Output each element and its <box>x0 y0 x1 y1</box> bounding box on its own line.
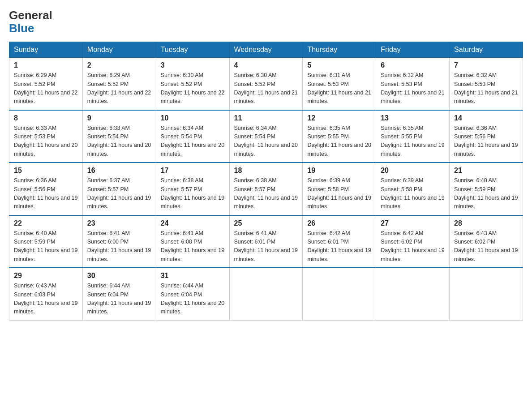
calendar-cell: 31Sunrise: 6:44 AMSunset: 6:04 PMDayligh… <box>156 268 229 320</box>
calendar-cell: 4Sunrise: 6:30 AMSunset: 5:52 PMDaylight… <box>229 58 303 110</box>
calendar-cell: 26Sunrise: 6:42 AMSunset: 6:01 PMDayligh… <box>303 215 376 268</box>
calendar-cell <box>450 268 523 320</box>
calendar-cell: 1Sunrise: 6:29 AMSunset: 5:52 PMDaylight… <box>9 58 83 110</box>
calendar-cell: 17Sunrise: 6:38 AMSunset: 5:57 PMDayligh… <box>156 163 229 215</box>
day-info: Sunrise: 6:32 AMSunset: 5:53 PMDaylight:… <box>381 71 445 106</box>
day-info: Sunrise: 6:39 AMSunset: 5:58 PMDaylight:… <box>307 176 371 211</box>
day-info: Sunrise: 6:44 AMSunset: 6:04 PMDaylight:… <box>87 282 151 317</box>
day-info: Sunrise: 6:35 AMSunset: 5:55 PMDaylight:… <box>381 124 445 159</box>
day-number: 30 <box>87 272 151 280</box>
day-info: Sunrise: 6:30 AMSunset: 5:52 PMDaylight:… <box>161 71 225 106</box>
weekday-header-sunday: Sunday <box>9 42 83 58</box>
day-info: Sunrise: 6:41 AMSunset: 6:00 PMDaylight:… <box>87 229 151 264</box>
day-number: 5 <box>307 61 371 69</box>
day-info: Sunrise: 6:29 AMSunset: 5:52 PMDaylight:… <box>87 71 151 106</box>
day-number: 26 <box>307 219 371 227</box>
calendar-cell: 11Sunrise: 6:34 AMSunset: 5:54 PMDayligh… <box>229 110 303 163</box>
weekday-header-monday: Monday <box>82 42 156 58</box>
calendar-cell: 2Sunrise: 6:29 AMSunset: 5:52 PMDaylight… <box>82 58 156 110</box>
calendar-week-row: 15Sunrise: 6:36 AMSunset: 5:56 PMDayligh… <box>9 163 523 215</box>
day-number: 24 <box>161 219 225 227</box>
weekday-header-thursday: Thursday <box>303 42 376 58</box>
day-number: 6 <box>381 61 445 69</box>
day-info: Sunrise: 6:38 AMSunset: 5:57 PMDaylight:… <box>161 176 225 211</box>
calendar-cell: 13Sunrise: 6:35 AMSunset: 5:55 PMDayligh… <box>376 110 450 163</box>
day-info: Sunrise: 6:31 AMSunset: 5:53 PMDaylight:… <box>307 71 371 106</box>
calendar-cell: 6Sunrise: 6:32 AMSunset: 5:53 PMDaylight… <box>376 58 450 110</box>
day-info: Sunrise: 6:32 AMSunset: 5:53 PMDaylight:… <box>454 71 518 106</box>
day-number: 25 <box>234 219 298 227</box>
calendar-table: SundayMondayTuesdayWednesdayThursdayFrid… <box>9 42 523 321</box>
weekday-header-friday: Friday <box>376 42 450 58</box>
day-info: Sunrise: 6:36 AMSunset: 5:56 PMDaylight:… <box>14 176 78 211</box>
day-number: 18 <box>234 167 298 175</box>
day-number: 7 <box>454 61 518 69</box>
calendar-cell: 15Sunrise: 6:36 AMSunset: 5:56 PMDayligh… <box>9 163 83 215</box>
calendar-week-row: 1Sunrise: 6:29 AMSunset: 5:52 PMDaylight… <box>9 58 523 110</box>
day-info: Sunrise: 6:33 AMSunset: 5:53 PMDaylight:… <box>14 124 78 159</box>
weekday-header-tuesday: Tuesday <box>156 42 229 58</box>
day-info: Sunrise: 6:44 AMSunset: 6:04 PMDaylight:… <box>161 282 225 317</box>
day-number: 29 <box>14 272 78 280</box>
calendar-cell: 19Sunrise: 6:39 AMSunset: 5:58 PMDayligh… <box>303 163 376 215</box>
calendar-cell <box>303 268 376 320</box>
calendar-cell: 23Sunrise: 6:41 AMSunset: 6:00 PMDayligh… <box>82 215 156 268</box>
calendar-week-row: 29Sunrise: 6:43 AMSunset: 6:03 PMDayligh… <box>9 268 523 320</box>
day-info: Sunrise: 6:40 AMSunset: 5:59 PMDaylight:… <box>454 176 518 211</box>
day-info: Sunrise: 6:40 AMSunset: 5:59 PMDaylight:… <box>14 229 78 264</box>
day-number: 22 <box>14 219 78 227</box>
weekday-header-wednesday: Wednesday <box>229 42 303 58</box>
day-info: Sunrise: 6:33 AMSunset: 5:54 PMDaylight:… <box>87 124 151 159</box>
day-number: 21 <box>454 167 518 175</box>
day-info: Sunrise: 6:34 AMSunset: 5:54 PMDaylight:… <box>161 124 225 159</box>
day-number: 23 <box>87 219 151 227</box>
calendar-cell: 12Sunrise: 6:35 AMSunset: 5:55 PMDayligh… <box>303 110 376 163</box>
day-number: 19 <box>307 167 371 175</box>
day-info: Sunrise: 6:36 AMSunset: 5:56 PMDaylight:… <box>454 124 518 159</box>
logo: General Blue General Blue <box>9 9 52 34</box>
day-number: 20 <box>381 167 445 175</box>
calendar-cell: 3Sunrise: 6:30 AMSunset: 5:52 PMDaylight… <box>156 58 229 110</box>
logo-blue-text: Blue <box>9 22 52 35</box>
calendar-cell: 24Sunrise: 6:41 AMSunset: 6:00 PMDayligh… <box>156 215 229 268</box>
calendar-cell: 9Sunrise: 6:33 AMSunset: 5:54 PMDaylight… <box>82 110 156 163</box>
logo-general-text: General <box>9 9 52 22</box>
weekday-header-row: SundayMondayTuesdayWednesdayThursdayFrid… <box>9 42 523 58</box>
day-info: Sunrise: 6:34 AMSunset: 5:54 PMDaylight:… <box>234 124 298 159</box>
day-number: 14 <box>454 114 518 122</box>
calendar-cell: 10Sunrise: 6:34 AMSunset: 5:54 PMDayligh… <box>156 110 229 163</box>
calendar-cell: 5Sunrise: 6:31 AMSunset: 5:53 PMDaylight… <box>303 58 376 110</box>
calendar-cell: 18Sunrise: 6:38 AMSunset: 5:57 PMDayligh… <box>229 163 303 215</box>
day-number: 31 <box>161 272 225 280</box>
day-number: 15 <box>14 167 78 175</box>
day-info: Sunrise: 6:41 AMSunset: 6:01 PMDaylight:… <box>234 229 298 264</box>
day-info: Sunrise: 6:43 AMSunset: 6:03 PMDaylight:… <box>14 282 78 317</box>
day-info: Sunrise: 6:39 AMSunset: 5:58 PMDaylight:… <box>381 176 445 211</box>
calendar-week-row: 22Sunrise: 6:40 AMSunset: 5:59 PMDayligh… <box>9 215 523 268</box>
page-header: General Blue General Blue <box>9 9 523 34</box>
day-info: Sunrise: 6:41 AMSunset: 6:00 PMDaylight:… <box>161 229 225 264</box>
calendar-cell: 25Sunrise: 6:41 AMSunset: 6:01 PMDayligh… <box>229 215 303 268</box>
day-number: 27 <box>381 219 445 227</box>
day-number: 17 <box>161 167 225 175</box>
calendar-cell: 29Sunrise: 6:43 AMSunset: 6:03 PMDayligh… <box>9 268 83 320</box>
day-info: Sunrise: 6:43 AMSunset: 6:02 PMDaylight:… <box>454 229 518 264</box>
calendar-cell <box>376 268 450 320</box>
calendar-cell: 14Sunrise: 6:36 AMSunset: 5:56 PMDayligh… <box>450 110 523 163</box>
day-info: Sunrise: 6:35 AMSunset: 5:55 PMDaylight:… <box>307 124 371 159</box>
calendar-week-row: 8Sunrise: 6:33 AMSunset: 5:53 PMDaylight… <box>9 110 523 163</box>
calendar-cell: 27Sunrise: 6:42 AMSunset: 6:02 PMDayligh… <box>376 215 450 268</box>
day-number: 8 <box>14 114 78 122</box>
day-info: Sunrise: 6:38 AMSunset: 5:57 PMDaylight:… <box>234 176 298 211</box>
calendar-cell: 8Sunrise: 6:33 AMSunset: 5:53 PMDaylight… <box>9 110 83 163</box>
day-number: 1 <box>14 61 78 69</box>
calendar-cell: 20Sunrise: 6:39 AMSunset: 5:58 PMDayligh… <box>376 163 450 215</box>
calendar-cell: 22Sunrise: 6:40 AMSunset: 5:59 PMDayligh… <box>9 215 83 268</box>
day-number: 3 <box>161 61 225 69</box>
day-number: 28 <box>454 219 518 227</box>
calendar-cell <box>229 268 303 320</box>
day-info: Sunrise: 6:29 AMSunset: 5:52 PMDaylight:… <box>14 71 78 106</box>
calendar-cell: 30Sunrise: 6:44 AMSunset: 6:04 PMDayligh… <box>82 268 156 320</box>
day-number: 11 <box>234 114 298 122</box>
day-info: Sunrise: 6:42 AMSunset: 6:01 PMDaylight:… <box>307 229 371 264</box>
